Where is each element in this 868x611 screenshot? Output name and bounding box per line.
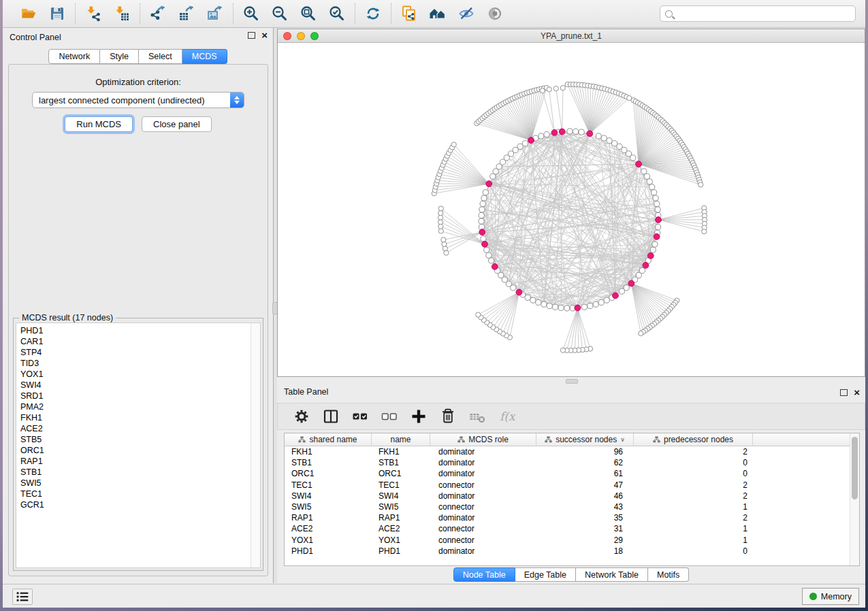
mcds-result-item[interactable]: SRD1 (20, 391, 251, 401)
import-table-icon[interactable] (113, 5, 131, 22)
cell-shared: STB1 (285, 458, 372, 467)
mcds-result-item[interactable]: GCR1 (20, 499, 251, 510)
table-row[interactable]: RAP1RAP1dominator352 (285, 512, 850, 523)
tab-style[interactable]: Style (100, 49, 139, 64)
cell-name: STB1 (372, 458, 430, 467)
zoom-selected-icon[interactable] (328, 5, 346, 22)
zoom-fit-icon[interactable] (300, 5, 317, 22)
column-header-name[interactable]: name (372, 433, 430, 446)
toolbar-group (234, 5, 355, 22)
tab-select[interactable]: Select (139, 49, 182, 64)
cell-successors: 61 (536, 469, 634, 478)
table-row[interactable]: TEC1TEC1connector472 (285, 480, 850, 491)
refresh-icon[interactable] (364, 5, 382, 22)
mcds-result-item[interactable]: PHD1 (20, 325, 251, 336)
horizontal-splitter-handle[interactable] (566, 379, 578, 384)
network-graph[interactable] (278, 43, 865, 376)
run-mcds-button[interactable]: Run MCDS (65, 116, 133, 132)
mcds-result-item[interactable]: SWI4 (20, 380, 251, 391)
table-row[interactable]: ACE2ACE2connector311 (285, 523, 850, 534)
cell-role: dominator (430, 458, 536, 467)
mcds-buttons-row: Run MCDS Close panel (9, 116, 268, 132)
save-session-icon[interactable] (48, 5, 66, 22)
import-network-icon[interactable] (84, 5, 102, 22)
mcds-result-item[interactable]: FKH1 (20, 412, 251, 423)
tab-network[interactable]: Network (48, 49, 100, 64)
cell-predecessors: 0 (634, 458, 753, 467)
close-panel-icon[interactable]: × (261, 32, 268, 39)
mcds-result-item[interactable]: STP4 (20, 347, 251, 358)
cell-predecessors: 2 (634, 480, 753, 490)
close-panel-button[interactable]: Close panel (142, 116, 212, 132)
gear-icon[interactable] (293, 408, 310, 425)
export-image-icon[interactable] (206, 5, 224, 22)
zoom-out-icon[interactable] (271, 5, 289, 22)
tab-edge-table[interactable]: Edge Table (515, 567, 576, 582)
network-home-icon[interactable] (429, 5, 447, 22)
table-scrollbar-thumb[interactable] (852, 437, 858, 499)
delete-table-icon (468, 408, 486, 425)
mcds-result-item[interactable]: SWI5 (20, 478, 251, 489)
table-row[interactable]: YOX1YOX1connector291 (285, 535, 850, 546)
table-scrollbar[interactable] (850, 433, 859, 565)
toolbar-group (391, 5, 513, 22)
close-table-panel-icon[interactable]: × (854, 389, 860, 396)
search-input[interactable] (676, 7, 855, 20)
column-header-shared-name[interactable]: shared name (285, 433, 372, 446)
control-panel-window-buttons: × (248, 32, 268, 39)
show-panel-icon[interactable] (486, 5, 504, 22)
network-window-titlebar[interactable]: YPA_prune.txt_1 (278, 29, 865, 43)
horizontal-splitter[interactable] (277, 377, 865, 385)
column-header-label: predecessor nodes (664, 435, 733, 444)
export-network-icon[interactable] (149, 5, 167, 22)
open-file-icon[interactable] (20, 5, 37, 22)
mcds-result-item[interactable]: PMA2 (20, 401, 251, 412)
memory-button[interactable]: Memory (802, 588, 859, 605)
table-panel: Table Panel × f(x) shared namenameMCDS r… (277, 385, 865, 584)
add-column-icon[interactable] (410, 408, 428, 425)
mcds-result-item[interactable]: STB1 (20, 467, 251, 478)
network-canvas[interactable] (278, 43, 865, 376)
columns-icon[interactable] (322, 408, 340, 425)
mcds-result-item[interactable]: STB5 (20, 434, 251, 445)
cell-successors: 46 (536, 491, 634, 501)
svg-text:f(x): f(x) (500, 410, 515, 423)
float-panel-icon[interactable] (248, 32, 255, 39)
optimization-criterion-select[interactable]: largest connected component (undirected) (32, 92, 244, 108)
table-row[interactable]: PHD1PHD1dominator180 (285, 546, 850, 557)
table-row[interactable]: SWI5SWI5connector431 (285, 501, 850, 512)
table-row[interactable]: STB1STB1dominator620 (285, 457, 850, 468)
column-header-successor-nodes[interactable]: successor nodes∨ (536, 433, 634, 446)
mcds-result-item[interactable]: TID3 (20, 358, 251, 369)
mcds-result-item[interactable]: CAR1 (20, 336, 251, 347)
float-table-panel-icon[interactable] (840, 389, 848, 396)
result-list-scrollbar[interactable] (251, 323, 260, 567)
column-header-label: successor nodes (556, 435, 617, 444)
export-table-icon[interactable] (178, 5, 195, 22)
search-box (660, 5, 856, 22)
tab-motifs[interactable]: Motifs (648, 567, 689, 582)
table-row[interactable]: FKH1FKH1dominator962 (285, 446, 850, 457)
zoom-in-icon[interactable] (242, 5, 260, 22)
column-header-predecessor-nodes[interactable]: predecessor nodes (634, 433, 753, 446)
control-panel: Control Panel × NetworkStyleSelectMCDS O… (3, 28, 274, 583)
tab-node-table[interactable]: Node Table (453, 567, 515, 582)
cell-predecessors: 1 (634, 502, 753, 512)
mcds-result-item[interactable]: YOX1 (20, 369, 251, 380)
column-header-MCDS-role[interactable]: MCDS role (430, 433, 536, 446)
tab-network-table[interactable]: Network Table (576, 567, 648, 582)
select-all-icon[interactable] (351, 408, 369, 425)
hide-panel-icon[interactable] (457, 5, 475, 22)
task-history-button[interactable] (12, 589, 33, 605)
clone-network-icon[interactable] (400, 5, 418, 22)
mcds-result-item[interactable]: ACE2 (20, 423, 251, 434)
mcds-result-item[interactable]: ORC1 (20, 445, 251, 456)
mcds-result-list[interactable]: PHD1CAR1STP4TID3YOX1SWI4SRD1PMA2FKH1ACE2… (16, 323, 261, 568)
table-row[interactable]: ORC1ORC1dominator610 (285, 468, 850, 479)
table-row[interactable]: SWI4SWI4dominator462 (285, 491, 850, 501)
mcds-result-item[interactable]: RAP1 (20, 456, 251, 467)
mcds-result-item[interactable]: TEC1 (20, 489, 251, 499)
deselect-all-icon[interactable] (381, 408, 398, 425)
delete-column-icon[interactable] (439, 408, 457, 425)
tab-mcds[interactable]: MCDS (182, 49, 227, 64)
